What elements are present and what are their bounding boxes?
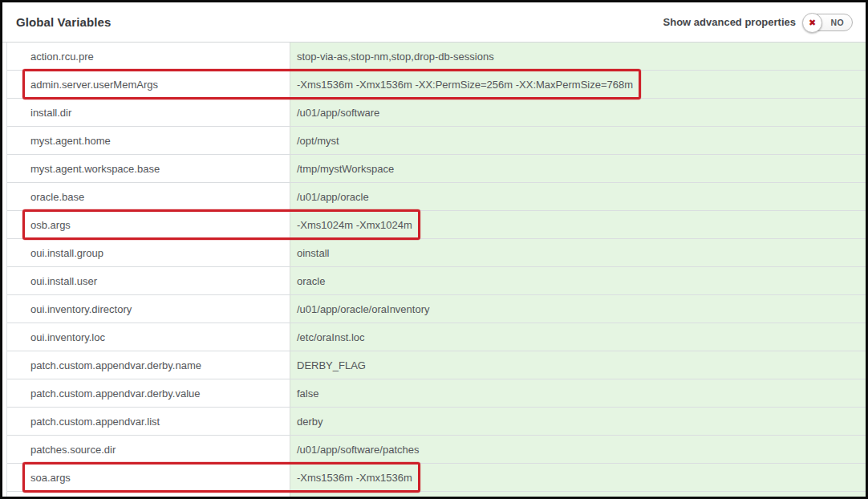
variable-value-cell[interactable]: /u01/app/oracle: [290, 183, 866, 210]
table-row: patch.custom.appendvar.listderby: [7, 408, 866, 436]
table-row: patch.custom.appendvar.derby.nameDERBY_F…: [7, 351, 866, 379]
global-variables-panel: Global Variables Show advanced propertie…: [0, 0, 868, 499]
variable-value-cell[interactable]: /etc/oraInst.loc: [290, 323, 866, 351]
variable-value-cell[interactable]: /tmp/mystWorkspace: [290, 155, 866, 182]
toggle-state-label: NO: [830, 18, 844, 27]
variable-value-cell[interactable]: stop-via-as,stop-nm,stop,drop-db-session…: [290, 43, 866, 70]
variable-name: soa.args: [30, 472, 71, 484]
variable-value-cell[interactable]: [290, 492, 866, 497]
variable-name-cell: patches.source.dir: [7, 436, 290, 463]
variable-name-cell: oui.inventory.loc: [7, 323, 290, 351]
variable-value-cell[interactable]: DERBY_FLAG: [290, 351, 866, 379]
table-row: oui.inventory.directory/u01/app/oracle/o…: [7, 295, 866, 323]
variable-value: oracle: [297, 275, 325, 287]
table-row: install.dir/u01/app/software: [7, 99, 866, 127]
advanced-properties-toggle[interactable]: ✖ NO: [803, 14, 853, 31]
variable-value-cell[interactable]: /opt/myst: [290, 127, 866, 154]
table-row: oui.install.groupoinstall: [7, 239, 866, 267]
table-row: osb.args-Xms1024m -Xmx1024m: [7, 211, 866, 239]
variable-value: DERBY_FLAG: [297, 359, 366, 371]
page-title: Global Variables: [16, 15, 111, 29]
variable-value: /u01/app/software/patches: [297, 444, 420, 456]
variable-value-cell[interactable]: -Xms1536m -Xmx1536m -XX:PermSize=256m -X…: [290, 71, 866, 98]
variable-name: oracle.base: [30, 191, 84, 203]
variable-value: /u01/app/oracle: [297, 191, 369, 203]
advanced-properties-toggle-group: Show advanced properties ✖ NO: [663, 14, 853, 31]
variable-value: /u01/app/oracle/oraInventory: [297, 303, 430, 315]
variable-value-cell[interactable]: /u01/app/software: [290, 99, 866, 126]
table-row: patch.custom.appendvar.derby.valuefalse: [7, 379, 866, 408]
table-row: myst.agent.home/opt/myst: [7, 127, 866, 155]
table-row: patches.source.dir/u01/app/software/patc…: [7, 436, 866, 464]
variable-name: patch.custom.appendvar.list: [30, 416, 160, 428]
variable-name: oui.inventory.directory: [30, 303, 132, 315]
variable-name-cell: myst.agent.home: [7, 127, 290, 154]
variable-value-cell[interactable]: oracle: [290, 267, 866, 294]
toggle-knob[interactable]: ✖: [802, 13, 822, 33]
variable-name-cell: patch.custom.appendvar.list: [7, 408, 290, 435]
variable-name-cell: action.rcu.pre: [7, 43, 290, 70]
variable-value: false: [297, 387, 318, 400]
variable-value: oinstall: [297, 247, 329, 259]
variable-name-cell: install.dir: [7, 99, 290, 126]
variable-value-cell[interactable]: -Xms1536m -Xmx1536m: [290, 464, 866, 491]
variable-name-cell: osb.args: [7, 211, 290, 238]
variable-name: patches.source.dir: [30, 444, 116, 456]
table-row: oui.inventory.loc/etc/oraInst.loc: [7, 323, 866, 351]
variable-name-cell: oui.inventory.directory: [7, 295, 290, 323]
variable-value-cell[interactable]: /u01/app/software/patches: [290, 436, 866, 463]
panel-header: Global Variables Show advanced propertie…: [2, 2, 866, 43]
variable-value: /u01/app/software: [297, 107, 379, 119]
variable-value: -Xms1536m -Xmx1536m: [297, 472, 412, 484]
variable-name: admin.server.userMemArgs: [30, 79, 158, 91]
table-row: [7, 492, 866, 497]
variable-name-cell: oui.install.user: [7, 267, 290, 294]
variable-name-cell: soa.args: [7, 464, 290, 491]
variable-name-cell: patch.custom.appendvar.derby.name: [7, 351, 290, 379]
variable-name-cell: oui.install.group: [7, 239, 290, 266]
variable-name: patch.custom.appendvar.derby.name: [30, 359, 201, 371]
variable-value-cell[interactable]: false: [290, 379, 866, 407]
variable-name: install.dir: [30, 107, 71, 119]
variable-name-cell: admin.server.userMemArgs: [7, 71, 290, 98]
variable-value: /tmp/mystWorkspace: [297, 163, 394, 175]
variable-value: /opt/myst: [297, 135, 339, 147]
variable-name: osb.args: [30, 219, 71, 231]
variables-table: action.rcu.prestop-via-as,stop-nm,stop,d…: [6, 43, 866, 497]
table-row: action.rcu.prestop-via-as,stop-nm,stop,d…: [7, 43, 866, 71]
variable-name: oui.inventory.loc: [30, 331, 105, 343]
table-row: admin.server.userMemArgs-Xms1536m -Xmx15…: [7, 71, 866, 99]
variable-name: patch.custom.appendvar.derby.value: [30, 387, 201, 400]
variable-value: -Xms1024m -Xmx1024m: [297, 219, 412, 231]
variable-value: stop-via-as,stop-nm,stop,drop-db-session…: [297, 51, 494, 63]
variable-value-cell[interactable]: derby: [290, 408, 866, 435]
variable-value: -Xms1536m -Xmx1536m -XX:PermSize=256m -X…: [297, 79, 633, 91]
table-row: myst.agent.workspace.base/tmp/mystWorksp…: [7, 155, 866, 183]
variable-name: myst.agent.workspace.base: [30, 163, 160, 175]
variable-name: oui.install.group: [30, 247, 103, 259]
variable-value: derby: [297, 416, 323, 428]
variable-value: /etc/oraInst.loc: [297, 331, 365, 343]
x-icon: ✖: [809, 18, 816, 27]
variable-value-cell[interactable]: oinstall: [290, 239, 866, 266]
advanced-properties-toggle-label: Show advanced properties: [663, 16, 796, 28]
variable-value-cell[interactable]: /u01/app/oracle/oraInventory: [290, 295, 866, 323]
variable-name: myst.agent.home: [30, 135, 111, 147]
variable-name-cell: patch.custom.appendvar.derby.value: [7, 379, 290, 407]
variable-name-cell: myst.agent.workspace.base: [7, 155, 290, 182]
table-row: oui.install.useroracle: [7, 267, 866, 295]
variable-name: action.rcu.pre: [30, 51, 94, 63]
variable-name: oui.install.user: [30, 275, 97, 287]
table-row: soa.args-Xms1536m -Xmx1536m: [7, 464, 866, 492]
variable-name-cell: oracle.base: [7, 183, 290, 210]
table-row: oracle.base/u01/app/oracle: [7, 183, 866, 211]
variable-name-cell: [7, 492, 290, 497]
variable-value-cell[interactable]: -Xms1024m -Xmx1024m: [290, 211, 866, 238]
